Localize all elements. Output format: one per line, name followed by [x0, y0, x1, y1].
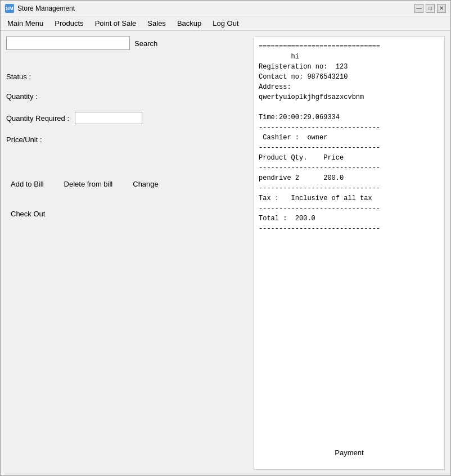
app-icon: SM: [5, 4, 14, 13]
price-unit-label: Price/Unit :: [6, 135, 68, 144]
status-label: Status :: [6, 72, 68, 81]
maximize-button[interactable]: □: [426, 4, 435, 13]
payment-button[interactable]: Payment: [328, 446, 370, 459]
window-title: Store Management: [17, 4, 75, 12]
right-panel: ============================== hi Regist…: [254, 37, 445, 470]
search-input[interactable]: [6, 37, 130, 50]
quantity-required-label: Quantity Required :: [6, 114, 69, 123]
minimize-button[interactable]: —: [414, 4, 423, 13]
search-area: Search: [6, 37, 248, 50]
receipt-display: ============================== hi Regist…: [259, 42, 440, 234]
change-button[interactable]: Change: [128, 178, 163, 191]
main-content: Search Status : Quantity : Quantity Requ…: [1, 31, 450, 475]
quantity-row: Quantity :: [6, 92, 248, 101]
app-window: SM Store Management — □ ✕ Main Menu Prod…: [0, 0, 451, 476]
menu-point-of-sale[interactable]: Point of Sale: [91, 17, 141, 29]
menu-backup[interactable]: Backup: [173, 17, 206, 29]
menu-bar: Main Menu Products Point of Sale Sales B…: [1, 16, 450, 31]
quantity-label: Quantity :: [6, 92, 68, 101]
menu-log-out[interactable]: Log Out: [208, 17, 243, 29]
quantity-required-input[interactable]: [75, 112, 142, 124]
check-out-button[interactable]: Check Out: [6, 207, 49, 220]
checkout-area: Check Out: [6, 207, 248, 220]
price-unit-row: Price/Unit :: [6, 135, 248, 144]
search-label: Search: [134, 39, 157, 48]
title-bar: SM Store Management — □ ✕: [1, 1, 450, 16]
close-button[interactable]: ✕: [437, 4, 446, 13]
left-panel: Search Status : Quantity : Quantity Requ…: [6, 37, 248, 470]
title-bar-left: SM Store Management: [5, 4, 75, 13]
status-row: Status :: [6, 72, 248, 81]
action-buttons: Add to Bill Delete from bill Change: [6, 178, 248, 191]
form-area: Status : Quantity : Quantity Required : …: [6, 72, 248, 144]
menu-sales[interactable]: Sales: [143, 17, 170, 29]
add-to-bill-button[interactable]: Add to Bill: [6, 178, 48, 191]
menu-products[interactable]: Products: [50, 17, 88, 29]
menu-main-menu[interactable]: Main Menu: [3, 17, 48, 29]
delete-from-bill-button[interactable]: Delete from bill: [60, 178, 118, 191]
quantity-required-row: Quantity Required :: [6, 112, 248, 124]
title-controls: — □ ✕: [414, 4, 446, 13]
